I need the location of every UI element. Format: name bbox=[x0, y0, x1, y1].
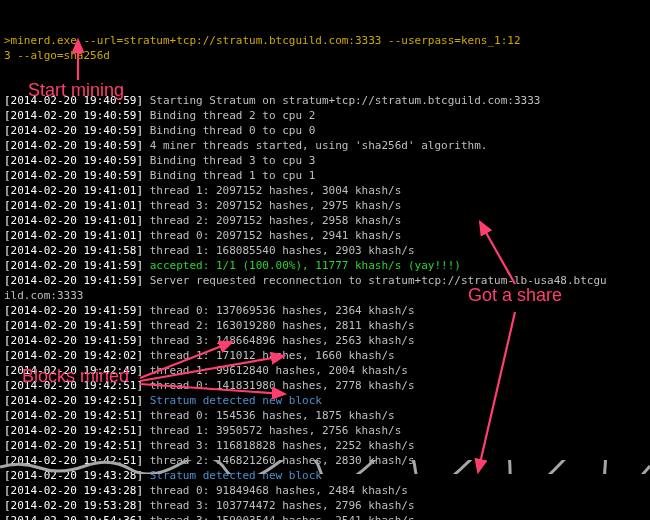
page-tear bbox=[0, 430, 650, 444]
command-line: >minerd.exe --url=stratum+tcp://stratum.… bbox=[4, 33, 646, 48]
terminal-output: >minerd.exe --url=stratum+tcp://stratum.… bbox=[0, 0, 650, 520]
